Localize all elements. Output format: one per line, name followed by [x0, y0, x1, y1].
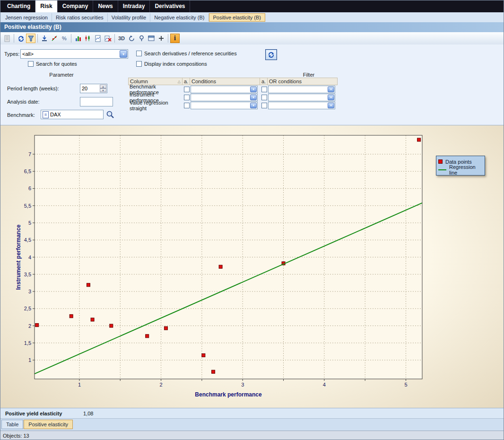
subtab-jensen-regression[interactable]: Jensen regression: [1, 13, 52, 22]
parameter-panel-header: Parameter: [0, 72, 122, 78]
menu-item-intraday[interactable]: Intraday: [118, 0, 150, 12]
display-index-checkbox[interactable]: [136, 61, 142, 67]
display-index-checkbox-row: Display index compositions: [136, 61, 207, 67]
percent-chart-icon[interactable]: %: [60, 34, 69, 43]
or-conditions-dropdown[interactable]: ▼: [268, 102, 335, 109]
chevron-down-icon[interactable]: ▼: [328, 103, 334, 108]
benchmark-field[interactable]: ≡ DAX: [41, 110, 104, 119]
chevron-down-icon[interactable]: ▼: [120, 50, 127, 58]
or-conditions-header[interactable]: OR conditions: [268, 78, 338, 85]
svg-text:3,5: 3,5: [24, 272, 31, 277]
page-title: Positive elasticity (B): [0, 22, 504, 32]
conditions-dropdown[interactable]: ▼: [191, 102, 258, 109]
chevron-down-icon[interactable]: ▼: [328, 87, 334, 92]
menu-item-charting[interactable]: Charting: [2, 0, 35, 12]
menu-item-news[interactable]: News: [93, 0, 118, 12]
period-length-label: Period length (weeks):: [7, 86, 59, 91]
and-header[interactable]: a.: [182, 78, 190, 85]
toolbar-separator: [168, 34, 168, 43]
search-quotes-label: Search for quotes: [36, 61, 77, 67]
svg-text:7: 7: [28, 151, 31, 157]
risk-subtab-bar: Jensen regression Risk ratios securities…: [0, 12, 504, 23]
and-checkbox[interactable]: [261, 95, 267, 100]
chevron-down-icon[interactable]: ▼: [328, 95, 334, 100]
filter-row-value-regression-straight: Value regression straight ▼ ▼: [128, 101, 338, 109]
tab-positive-elasticity[interactable]: Positive elasticity: [24, 420, 73, 429]
three-d-icon[interactable]: 3D: [117, 34, 126, 43]
conditions-dropdown[interactable]: ▼: [191, 86, 258, 93]
svg-text:3: 3: [28, 289, 31, 294]
menu-item-risk[interactable]: Risk: [35, 0, 57, 12]
svg-text:6: 6: [28, 185, 31, 191]
bottom-tab-bar: Table Positive elasticity: [0, 418, 504, 432]
menu-item-company[interactable]: Company: [58, 0, 94, 12]
chevron-down-icon[interactable]: ▼: [250, 95, 257, 100]
menu-item-derivatives[interactable]: Derivatives: [150, 0, 190, 12]
data-point-marker: [70, 315, 73, 318]
svg-text:%: %: [62, 35, 67, 41]
spinner-up-icon[interactable]: ▲: [100, 85, 106, 88]
filter-icon[interactable]: [26, 34, 35, 43]
security-doc-icon: ≡: [43, 111, 49, 118]
search-derivatives-checkbox[interactable]: [136, 51, 142, 56]
candlestick-chart-icon[interactable]: [83, 34, 93, 43]
chevron-down-icon[interactable]: ▼: [250, 103, 257, 108]
benchmark-search-icon[interactable]: [106, 110, 114, 120]
add-icon[interactable]: [156, 34, 166, 43]
chart-report-icon[interactable]: [93, 34, 103, 43]
toolbar-separator: [71, 34, 71, 43]
regression-icon[interactable]: [50, 34, 59, 43]
tab-table[interactable]: Table: [1, 420, 23, 429]
subtab-negative-elasticity[interactable]: Negative elasticity (B): [150, 13, 209, 22]
types-dropdown[interactable]: <all> ▼: [20, 49, 128, 59]
search-quotes-checkbox[interactable]: [28, 61, 34, 67]
and-checkbox[interactable]: [184, 103, 190, 108]
data-point-marker: [35, 324, 39, 327]
spinner-down-icon[interactable]: ▼: [100, 88, 106, 92]
conditions-header[interactable]: Conditions: [190, 78, 260, 85]
types-dropdown-value: <all>: [22, 51, 34, 57]
search-quotes-checkbox-row: Search for quotes: [28, 61, 77, 67]
and-checkbox[interactable]: [184, 95, 190, 100]
and-checkbox[interactable]: [261, 87, 267, 92]
display-index-label: Display index compositions: [144, 61, 207, 67]
objects-count: Objects: 13: [3, 433, 29, 439]
chevron-down-icon[interactable]: ▼: [250, 87, 257, 92]
bar-chart-icon[interactable]: [73, 34, 83, 43]
info-icon[interactable]: i: [170, 34, 180, 43]
delete-chart-icon[interactable]: [103, 34, 113, 43]
and-checkbox[interactable]: [184, 87, 190, 92]
period-length-value: 20: [82, 86, 87, 91]
filter-table: Column△ a. Conditions a. OR conditions B…: [128, 78, 338, 109]
and-header[interactable]: a.: [260, 78, 268, 85]
svg-text:3: 3: [241, 382, 244, 387]
application-window: Charting Risk Company News Intraday Deri…: [0, 0, 504, 440]
svg-text:5: 5: [28, 220, 31, 226]
svg-text:1: 1: [28, 357, 31, 363]
rotate-icon[interactable]: [127, 34, 136, 43]
analysis-date-label: Analysis date:: [7, 99, 39, 105]
refresh-icon[interactable]: [16, 34, 26, 43]
x-axis-title: Benchmark performance: [195, 391, 262, 398]
data-point-marker: [110, 324, 113, 327]
or-conditions-dropdown[interactable]: ▼: [268, 94, 335, 101]
subtab-volatility-profile[interactable]: Volatility profile: [108, 13, 150, 22]
conditions-dropdown[interactable]: ▼: [191, 94, 258, 101]
export-icon[interactable]: [2, 34, 12, 43]
legend-label: Regression line: [449, 164, 483, 176]
elasticity-chart-area: 1234511,522,533,544,555,566,57Benchmark …: [0, 125, 504, 408]
and-checkbox[interactable]: [261, 103, 267, 108]
pin-icon[interactable]: [137, 34, 146, 43]
toolbar-separator: [114, 34, 115, 43]
search-derivatives-label: Search derivatives / reference securitie…: [144, 51, 237, 56]
svg-text:4,5: 4,5: [24, 237, 31, 243]
window-icon[interactable]: [147, 34, 156, 43]
drilldown-icon[interactable]: [40, 34, 49, 43]
subtab-positive-elasticity[interactable]: Positive elasticity (B): [209, 13, 265, 22]
period-length-spinner[interactable]: 20 ▲ ▼: [80, 84, 107, 93]
run-query-button[interactable]: [265, 49, 277, 60]
analysis-date-field[interactable]: [80, 97, 113, 106]
or-conditions-dropdown[interactable]: ▼: [268, 86, 335, 93]
subtab-risk-ratios-securities[interactable]: Risk ratios securities: [52, 13, 108, 22]
filter-panel-header: Filter: [128, 72, 489, 78]
